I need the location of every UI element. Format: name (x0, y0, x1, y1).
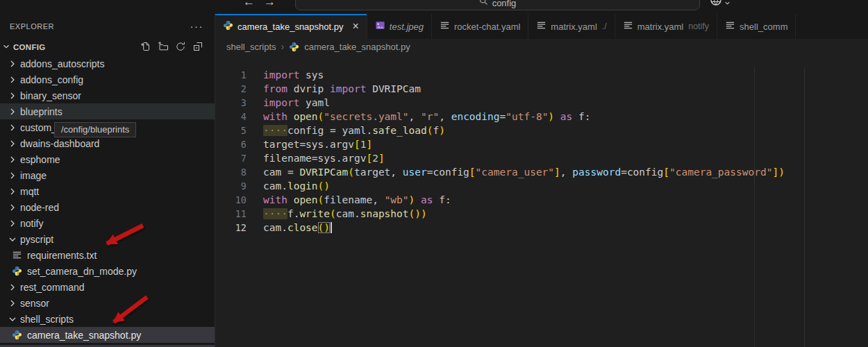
chevron-down-icon (724, 0, 731, 9)
tab-description: ./ (602, 22, 607, 31)
chevron-right-icon (7, 58, 18, 69)
line-number: 6 (215, 137, 247, 151)
chevron-right-icon (7, 154, 18, 165)
config-section-label: CONFIG (13, 43, 140, 51)
tab-label: rocket-chat.yaml (454, 22, 520, 32)
ruler-col-88 (804, 68, 805, 347)
new-file-icon[interactable] (140, 41, 151, 53)
tree-item-camera-take-snapshot-py[interactable]: camera_take_snapshot.py (0, 327, 215, 343)
tree-item-mqtt[interactable]: mqtt (0, 183, 215, 199)
forward-button[interactable]: → (264, 0, 276, 9)
line-number: 11 (215, 207, 247, 221)
code-line-8[interactable]: 8cam = DVRIPCam(target, user=config["cam… (215, 165, 868, 179)
python-file-icon (12, 330, 23, 341)
tree-item-node-red[interactable]: node-red (0, 199, 215, 215)
tree-item-set-camera-dn-mode-py[interactable]: set_camera_dn_mode.py (0, 263, 215, 279)
explorer-sidebar: EXPLORER ··· CONFIG addons_autoscriptsad… (0, 14, 215, 347)
tree-item-binary-sensor[interactable]: binary_sensor (0, 87, 215, 103)
tree-item-addons-autoscripts[interactable]: addons_autoscripts (0, 56, 215, 71)
tree-item-label: addons_config (20, 74, 83, 85)
quick-open-value: config (492, 0, 517, 8)
tree-item-label: requirements.txt (27, 250, 97, 261)
refresh-icon[interactable] (175, 41, 186, 53)
quick-open-box[interactable]: config (295, 0, 700, 10)
tree-item-addons-config[interactable]: addons_config (0, 71, 215, 87)
globe-icon (710, 0, 722, 9)
config-section-header[interactable]: CONFIG (0, 39, 215, 56)
chevron-right-icon (7, 298, 18, 309)
code-line-1[interactable]: 1import sys (215, 68, 868, 82)
list-file-icon (536, 20, 546, 33)
tree-item-sensor[interactable]: sensor (0, 295, 215, 311)
code-line-4[interactable]: 4with open("secrets.yaml", "r", encoding… (215, 110, 868, 124)
python-file-icon (12, 266, 23, 277)
tree-item-blueprints[interactable]: blueprints (0, 103, 215, 119)
tab-test-jpeg[interactable]: test.jpeg (367, 14, 432, 39)
tree-item-esphome[interactable]: esphome (0, 151, 215, 167)
tree-item-label: rest_command (20, 282, 85, 293)
code-line-11[interactable]: 11····f.write(cam.snapshot()) (215, 207, 868, 221)
code-line-3[interactable]: 3import yaml (215, 96, 868, 110)
line-number: 5 (215, 124, 247, 137)
tree-item-pyscript[interactable]: pyscript (0, 231, 215, 247)
tab-matrix-yaml[interactable]: matrix.yaml./ (528, 14, 615, 39)
code-line-9[interactable]: 9cam.login() (215, 179, 868, 193)
tab-label: matrix.yaml (551, 22, 596, 32)
python-file-icon (289, 42, 299, 52)
collapse-all-icon[interactable] (192, 41, 203, 53)
code-line-7[interactable]: 7filename=sys.argv[2] (215, 151, 868, 165)
line-number: 4 (215, 110, 247, 124)
tab-description: notify (688, 22, 709, 31)
list-file-icon (725, 20, 735, 33)
tree-item-shell-scripts[interactable]: shell_scripts (0, 311, 215, 327)
chevron-down-icon (7, 314, 18, 325)
search-icon (479, 0, 488, 8)
tree-item-dwains-dashboard[interactable]: dwains-dashboard (0, 135, 215, 151)
tree-item-label: custom_ (20, 122, 57, 133)
tree-item-label: addons_autoscripts (20, 58, 104, 69)
back-button[interactable]: ← (243, 0, 255, 9)
tab-bar: camera_take_snapshot.py×test.jpegrocket-… (215, 14, 868, 39)
tree-item-image[interactable]: image (0, 167, 215, 183)
tree-item-requirements-txt[interactable]: requirements.txt (0, 247, 215, 263)
account-menu[interactable] (710, 0, 731, 9)
tab-matrix-yaml[interactable]: matrix.yamlnotify (615, 14, 717, 39)
tree-item-notify[interactable]: notify (0, 215, 215, 231)
list-file-icon (623, 20, 633, 33)
line-number: 3 (215, 96, 247, 110)
breadcrumb-folder[interactable]: shell_scripts (226, 42, 276, 52)
tab-camera-take-snapshot-py[interactable]: camera_take_snapshot.py× (215, 14, 367, 39)
chevron-down-icon (7, 234, 18, 245)
tree-item-label: sensor (20, 298, 49, 309)
line-number: 10 (215, 193, 247, 207)
code-line-5[interactable]: 5····config = yaml.safe_load(f) (215, 124, 868, 137)
tab-shell-comm[interactable]: shell_comm (717, 14, 796, 39)
new-folder-icon[interactable] (158, 41, 169, 53)
tree-item-rest-command[interactable]: rest_command (0, 279, 215, 295)
tab-label: shell_comm (740, 22, 787, 32)
breadcrumb-file[interactable]: camera_take_snapshot.py (304, 42, 410, 52)
image-file-icon (375, 20, 385, 33)
more-actions-button[interactable]: ··· (190, 24, 204, 29)
close-icon[interactable]: × (352, 22, 358, 31)
tree-item-label: set_camera_dn_mode.py (27, 266, 137, 277)
chevron-down-icon (1, 42, 11, 53)
chevron-right-icon (7, 202, 18, 213)
code-line-12[interactable]: 12cam.close() (215, 221, 868, 235)
tab-label: test.jpeg (390, 22, 424, 32)
code-line-2[interactable]: 2from dvrip import DVRIPCam (215, 82, 868, 96)
tree-item-label: pyscript (20, 234, 53, 245)
code-editor[interactable]: 1import sys2from dvrip import DVRIPCam3i… (215, 68, 868, 347)
code-line-10[interactable]: 10with open(filename, "wb") as f: (215, 193, 868, 207)
tree-item-label: binary_sensor (20, 90, 81, 101)
history-nav: ← → (243, 0, 276, 9)
path-tooltip: /config/blueprints (54, 122, 136, 137)
tree-item-label: mqtt (20, 186, 39, 197)
chevron-right-icon (7, 170, 18, 181)
code-line-6[interactable]: 6target=sys.argv[1] (215, 137, 868, 151)
chevron-right-icon (7, 90, 18, 101)
list-file-icon (440, 20, 450, 33)
tab-rocket-chat-yaml[interactable]: rocket-chat.yaml (432, 14, 528, 39)
chevron-right-icon (7, 74, 18, 85)
tab-label: matrix.yaml (637, 22, 683, 32)
